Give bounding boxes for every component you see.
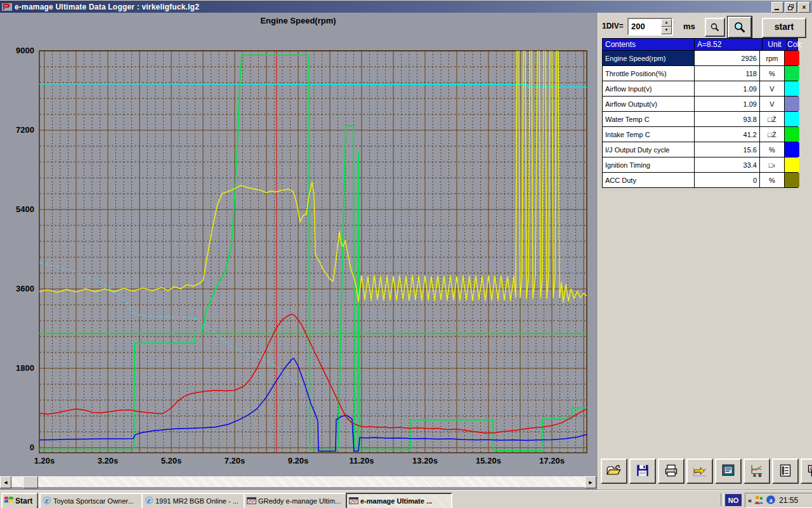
taskbar-task-4[interactable]: e-mamage Ultimate ... <box>346 493 452 508</box>
svg-text:9.20s: 9.20s <box>288 456 309 465</box>
taskbar-task-1[interactable]: eToyota Sportscar Owner... <box>39 493 146 508</box>
list-view-icon <box>779 464 792 478</box>
channel-unit: V <box>760 97 785 111</box>
scroll-left-button[interactable]: ◀ <box>0 476 11 488</box>
file-toolbar: AB <box>601 458 812 484</box>
table-row[interactable]: Airflow Input(v)1.09V <box>603 81 797 97</box>
table-row[interactable]: ACC Duty0% <box>603 173 797 187</box>
table-row[interactable]: Intake Temp C41.2□Ż <box>603 127 797 142</box>
svg-text:0: 0 <box>30 443 34 452</box>
series-Engine Speed(rpm) <box>39 314 587 433</box>
export-graph-button[interactable] <box>686 458 713 484</box>
channel-name[interactable]: Water Temp C <box>603 112 695 126</box>
taskbar-task-2[interactable]: e1991 MR2 BGB Online - ... <box>141 493 248 508</box>
print-icon <box>664 464 678 478</box>
task-label: GReddy e-manage Ultim... <box>258 497 341 505</box>
open-file-button[interactable] <box>601 458 627 484</box>
export-graph-icon <box>692 464 707 478</box>
div-interval-input[interactable] <box>630 20 660 32</box>
table-header-row: ContentsA=8.52UnitColor <box>603 39 797 51</box>
color-swatch <box>785 127 799 142</box>
table-row[interactable]: Airflow Output(v)1.09V <box>603 97 797 112</box>
channel-name[interactable]: Ignition Timing <box>603 157 695 172</box>
task-label: Toyota Sportscar Owner... <box>53 497 134 505</box>
logger-chart: 0180036005400720090001.20s3.20s5.20s7.20… <box>0 25 596 474</box>
graph-tiles-icon <box>807 464 812 478</box>
channel-color-cell[interactable] <box>785 81 799 96</box>
svg-text:1.20s: 1.20s <box>34 456 55 465</box>
display-settings-button[interactable] <box>715 458 742 484</box>
chart-horizontal-scrollbar[interactable]: ◀ ▶ <box>0 476 596 487</box>
channel-name[interactable]: Engine Speed(rpm) <box>603 51 695 65</box>
color-swatch <box>785 112 799 126</box>
svg-text:3.20s: 3.20s <box>98 456 119 465</box>
tray-divider <box>721 493 724 506</box>
color-swatch <box>785 81 799 96</box>
control-panel: 1DIV= ▲ ▼ ms start ContentsA=8.52UnitCol… <box>598 13 812 490</box>
div-label: 1DIV= <box>602 22 624 30</box>
column-header: Contents <box>603 39 695 50</box>
zoom-out-icon[interactable] <box>705 18 725 37</box>
channel-color-cell[interactable] <box>785 51 799 65</box>
table-row[interactable]: Engine Speed(rpm)2926rpm <box>603 51 797 66</box>
zoom-in-icon[interactable] <box>728 17 752 38</box>
save-file-button[interactable] <box>629 458 656 484</box>
scroll-right-button[interactable]: ▶ <box>585 476 596 488</box>
channel-color-cell[interactable] <box>785 142 799 157</box>
channel-unit: □‹ <box>760 157 785 172</box>
channel-unit: V <box>760 81 785 96</box>
start-menu-button[interactable]: Start <box>1 493 38 508</box>
globe-tray-icon[interactable]: a <box>766 495 776 506</box>
list-view-button[interactable] <box>772 458 799 484</box>
channel-name[interactable]: I/J Output Duty cycle <box>603 142 695 157</box>
internet-explorer-icon: e <box>145 496 154 506</box>
table-row[interactable]: I/J Output Duty cycle15.6% <box>603 142 797 157</box>
column-header: A=8.52 <box>695 39 763 50</box>
taskbar-task-3[interactable]: GReddy e-manage Ultim... <box>244 493 350 508</box>
series-Airflow Input(v) <box>39 262 304 385</box>
channel-name[interactable]: ACC Duty <box>603 173 695 187</box>
color-swatch <box>785 66 799 81</box>
channel-unit: % <box>760 142 785 157</box>
svg-text:5.20s: 5.20s <box>161 456 182 465</box>
table-row[interactable]: Throttle Position(%)118% <box>603 66 797 81</box>
channel-unit: □Ż <box>760 127 785 142</box>
channel-color-cell[interactable] <box>785 157 799 172</box>
table-row[interactable]: Ignition Timing33.4□‹ <box>603 157 797 173</box>
svg-text:15.20s: 15.20s <box>476 456 501 465</box>
svg-text:B: B <box>758 473 761 477</box>
channel-color-cell[interactable] <box>785 112 799 126</box>
print-button[interactable] <box>658 458 684 484</box>
minimize-button[interactable] <box>771 2 783 13</box>
app-icon <box>2 3 12 11</box>
compare-graphs-button[interactable]: AB <box>743 458 770 484</box>
start-logging-button[interactable]: start <box>762 18 806 38</box>
channel-name[interactable]: Throttle Position(%) <box>603 66 695 81</box>
graph-tiles-button[interactable] <box>801 458 812 484</box>
channel-name[interactable]: Airflow Output(v) <box>603 97 695 111</box>
language-indicator[interactable]: NO <box>725 494 742 506</box>
channel-value: 1.09 <box>695 97 760 111</box>
channel-color-cell[interactable] <box>785 127 799 142</box>
desktop: e-mamage Ultimate Data Logger : virkelig… <box>0 0 812 508</box>
channel-color-cell[interactable] <box>785 66 799 81</box>
color-swatch <box>785 142 799 157</box>
window-titlebar: e-mamage Ultimate Data Logger : virkelig… <box>0 0 812 13</box>
spin-down-button[interactable]: ▼ <box>661 27 672 34</box>
scrollbar-thumb[interactable] <box>23 476 38 488</box>
tray-chevron[interactable]: « <box>748 497 752 504</box>
channel-color-cell[interactable] <box>785 97 799 111</box>
restore-button[interactable] <box>785 2 797 13</box>
channel-color-cell[interactable] <box>785 173 799 187</box>
channel-unit: % <box>760 66 785 81</box>
channel-value: 15.6 <box>695 142 760 157</box>
start-label: Start <box>15 497 32 505</box>
svg-text:e: e <box>147 496 151 505</box>
channel-name[interactable]: Airflow Input(v) <box>603 81 695 96</box>
channel-unit: □Ż <box>760 112 785 126</box>
channel-name[interactable]: Intake Temp C <box>603 127 695 142</box>
messenger-tray-icon[interactable] <box>754 495 764 506</box>
table-row[interactable]: Water Temp C93.8□Ż <box>603 112 797 127</box>
spin-up-button[interactable]: ▲ <box>661 19 672 27</box>
close-button[interactable]: × <box>798 2 810 13</box>
